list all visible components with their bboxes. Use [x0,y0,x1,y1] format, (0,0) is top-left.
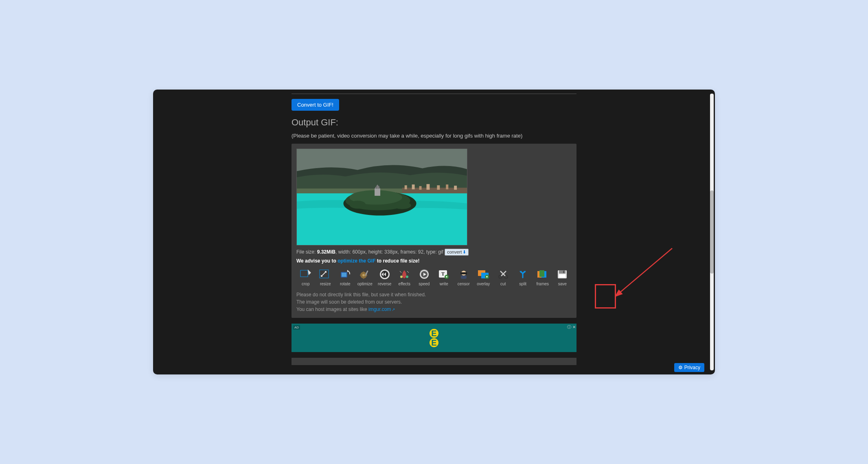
external-link-icon: ↗ [392,307,395,312]
svg-rect-15 [375,188,380,196]
split-tool-icon [515,268,531,281]
optimize-tool-icon [357,268,373,281]
advise-post: to reduce file size! [375,258,419,264]
optimize-tool-label: optimize [356,282,375,286]
browser-screenshot-frame: Convert to GIF! Output GIF: (Please be p… [153,90,715,374]
svg-rect-50 [563,271,564,273]
output-gif-heading: Output GIF: [292,117,576,128]
svg-rect-10 [454,186,457,190]
svg-rect-5 [412,184,415,189]
speed-tool-label: speed [415,282,434,286]
reverse-tool[interactable]: reverse [375,268,394,286]
imgur-link[interactable]: imgur.com [368,306,391,312]
svg-rect-47 [539,270,544,277]
crop-tool[interactable]: crop [296,268,315,286]
crop-tool-label: crop [296,282,315,286]
overlay-tool[interactable]: overlay [474,268,493,286]
file-info-label: File size: [296,249,317,255]
svg-rect-7 [426,184,430,190]
ad-banner[interactable]: AD ⓘ ✕ EE [292,324,576,352]
svg-point-20 [393,202,411,209]
footnote-hosting: You can host images at sites like imgur.… [296,306,572,313]
save-tool-label: save [553,282,572,286]
svg-rect-38 [461,276,467,279]
save-tool[interactable]: save [553,268,572,286]
rotate-tool-label: rotate [336,282,355,286]
convert-to-gif-button[interactable]: Convert to GIF! [292,99,339,111]
footnote-hosting-pre: You can host images at sites like [296,306,368,312]
optimize-tool[interactable]: optimize [356,268,375,286]
annotation-highlight-box [595,284,616,309]
svg-rect-39 [460,272,467,274]
crop-tool-icon [298,268,314,281]
save-tool-icon [554,268,570,281]
write-tool-icon: T [436,268,452,281]
svg-rect-21 [300,270,308,277]
annotation-arrow [611,244,676,301]
scrollbar-track[interactable] [710,94,714,370]
convert-chip-label: convert [447,250,462,254]
download-icon: ⬇ [462,250,466,254]
split-tool-label: split [514,282,533,286]
optimize-advice: We advise you to optimize the GIF to red… [296,258,572,264]
rotate-tool[interactable]: rotate [336,268,355,286]
speed-tool[interactable]: speed [415,268,434,286]
overlay-tool-label: overlay [474,282,493,286]
effects-tool-label: effects [395,282,414,286]
write-tool[interactable]: Twrite [435,268,454,286]
speed-tool-icon [416,268,432,281]
footnote-deletion: The image will soon be deleted from our … [296,298,572,306]
svg-rect-9 [446,184,448,189]
file-info-rest: , width: 600px, height: 338px, frames: 9… [335,249,445,255]
svg-line-52 [619,248,672,293]
reverse-tool-label: reverse [375,282,394,286]
effects-tool[interactable]: effects [395,268,414,286]
split-tool[interactable]: split [514,268,533,286]
scrollbar-thumb[interactable] [710,190,714,274]
frames-tool-label: frames [533,282,552,286]
write-tool-label: write [435,282,454,286]
main-content: Convert to GIF! Output GIF: (Please be p… [279,90,589,365]
gif-preview-image [296,149,467,245]
gear-icon: ⚙ [678,365,683,370]
svg-text:T: T [441,271,445,277]
resize-tool-icon [317,268,333,281]
cut-tool-label: cut [494,282,513,286]
resize-tool[interactable]: resize [316,268,335,286]
overlay-tool-icon [475,268,491,281]
privacy-button[interactable]: ⚙ Privacy [674,363,704,372]
patient-note: (Please be patient, video conversion may… [292,133,576,139]
output-box: File size: 9.32MiB, width: 600px, height… [292,144,576,318]
cut-tool[interactable]: cut [494,268,513,286]
svg-rect-51 [559,274,566,278]
frames-tool[interactable]: frames [533,268,552,286]
svg-rect-8 [437,185,440,190]
svg-rect-17 [376,186,377,188]
bottom-section-bar [292,358,576,365]
svg-point-19 [349,201,366,209]
svg-point-31 [406,276,408,278]
ad-logo: EE [430,328,438,348]
censor-tool[interactable]: censor [454,268,473,286]
effects-tool-icon [396,268,412,281]
convert-chip-button[interactable]: convert⬇ [445,249,469,256]
svg-rect-24 [342,273,346,277]
svg-rect-49 [559,270,566,274]
cut-tool-icon [495,268,511,281]
optimize-gif-link[interactable]: optimize the GIF [338,258,375,264]
svg-rect-18 [379,186,379,188]
resize-tool-label: resize [316,282,335,286]
tool-row: cropresizerotateoptimizereverseeffectssp… [296,268,572,286]
footnote-dont-link: Please do not directly link this file, b… [296,291,572,298]
svg-rect-6 [419,186,422,190]
censor-tool-label: censor [454,282,473,286]
privacy-label: Privacy [684,365,700,370]
file-size-value: 9.32MiB [317,249,335,255]
svg-rect-4 [405,185,407,189]
ad-badge: AD [293,325,300,330]
censor-tool-icon [456,268,472,281]
file-info-line: File size: 9.32MiB, width: 600px, height… [296,249,572,256]
ad-close-button[interactable]: ⓘ ✕ [567,324,576,330]
section-divider [292,94,576,94]
svg-point-26 [362,274,365,276]
